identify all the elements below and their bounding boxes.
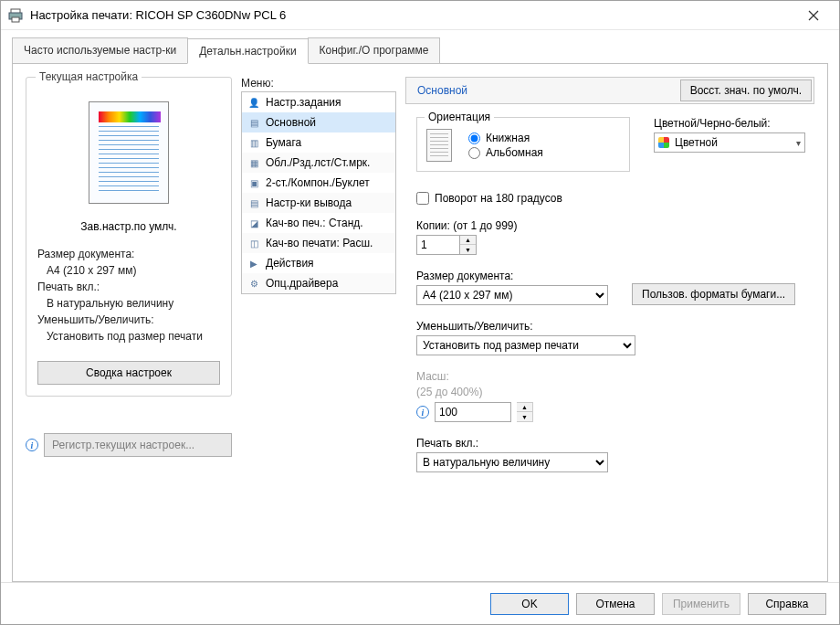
preview-group: Текущая настройка Зав.настр.по умлч. Раз… — [26, 77, 232, 397]
custom-paper-button[interactable]: Пользов. форматы бумаги... — [632, 283, 795, 305]
menu-item-driver-opts[interactable]: ⚙Опц.драйвера — [242, 273, 395, 293]
help-button[interactable]: Справка — [748, 593, 826, 615]
zoom-block: Масш: (25 до 400%) i ▲ ▼ — [416, 370, 608, 422]
docsize-select[interactable]: A4 (210 x 297 мм) — [416, 285, 608, 305]
menu-item-basic[interactable]: ▤Основной — [242, 112, 395, 132]
person-icon: 👤 — [247, 96, 260, 109]
zoom-range: (25 до 400%) — [416, 386, 608, 398]
radio-landscape[interactable]: Альбомная — [468, 146, 543, 159]
panel-title: Основной — [406, 79, 678, 102]
tab-config[interactable]: Конфиг./О программе — [308, 37, 441, 63]
output-icon: ▤ — [247, 196, 260, 209]
preview-docsize-value: A4 (210 x 297 мм) — [37, 262, 220, 279]
page-preview-icon — [89, 101, 169, 204]
print-settings-window: Настройка печати: RICOH SP C360DNw PCL 6… — [0, 0, 840, 625]
ok-button[interactable]: OK — [490, 593, 569, 615]
preview-docsize-label: Размер документа: — [37, 246, 220, 262]
color-swatch-icon — [658, 137, 669, 148]
register-row: i Регистр.текущих настроек... — [26, 433, 232, 457]
cancel-button[interactable]: Отмена — [576, 593, 655, 615]
quality-adv-icon: ◫ — [247, 237, 260, 249]
printon-block: Печать вкл.: В натуральную величину — [416, 437, 608, 472]
color-group: Цветной/Черно-белый: Цветной ▾ — [654, 117, 805, 172]
apply-button[interactable]: Применить — [662, 593, 740, 615]
duplex-icon: ▣ — [247, 176, 260, 189]
copies-block: Копии: (от 1 до 999) ▲ ▼ — [416, 219, 608, 255]
menu-label: Меню: — [241, 77, 396, 90]
color-value: Цветной — [675, 136, 718, 149]
actions-icon: ▶ — [247, 257, 260, 270]
menu-item-quality-adv[interactable]: ◫Кач-во печати: Расш. — [242, 233, 395, 253]
preset-name: Зав.настр.по умлч. — [37, 220, 220, 233]
left-panel: Текущая настройка Зав.настр.по умлч. Раз… — [26, 77, 232, 568]
zoom-input[interactable] — [435, 402, 511, 422]
menu-item-quality-std[interactable]: ◪Кач-во печ.: Станд. — [242, 213, 395, 233]
zoom-label: Масш: — [416, 370, 608, 383]
window-title: Настройка печати: RICOH SP C360DNw PCL 6 — [30, 8, 795, 22]
info-icon: i — [26, 439, 38, 451]
preview-printon-value: В натуральную величину — [37, 295, 220, 312]
color-label: Цветной/Черно-белый: — [654, 117, 805, 130]
scale-label: Уменьшить/Увеличить: — [416, 320, 608, 333]
zoom-up-button[interactable]: ▲ — [517, 403, 532, 412]
preview-printon-label: Печать вкл.: — [37, 279, 220, 295]
cover-icon: ▦ — [247, 156, 260, 169]
copies-down-button[interactable]: ▼ — [460, 245, 476, 254]
preview-scale-value: Установить под размер печати — [37, 328, 220, 344]
summary-button[interactable]: Сводка настроек — [37, 361, 220, 385]
svg-rect-2 — [12, 17, 19, 22]
copies-up-button[interactable]: ▲ — [460, 236, 476, 245]
panel-header: Основной Восст. знач. по умолч. — [405, 77, 814, 104]
form-area: Ориентация Книжная Альбомная Цветной/Чер… — [405, 104, 814, 472]
chevron-down-icon: ▾ — [796, 138, 801, 148]
orientation-group: Ориентация Книжная Альбомная — [416, 117, 630, 172]
docsize-label: Размер документа: — [416, 270, 608, 282]
preview-scale-label: Уменьшить/Увеличить: — [37, 312, 220, 328]
orientation-preview-icon — [426, 129, 452, 162]
tab-frequent[interactable]: Часто используемые настр-ки — [12, 37, 188, 63]
radio-portrait[interactable]: Книжная — [468, 132, 543, 144]
gear-icon: ⚙ — [247, 277, 260, 290]
tab-content: Текущая настройка Зав.настр.по умлч. Раз… — [12, 63, 828, 582]
orientation-label: Ориентация — [425, 111, 494, 123]
menu-list: 👤Настр.задания ▤Основной ▥Бумага ▦Обл./Р… — [241, 91, 396, 294]
register-settings-button[interactable]: Регистр.текущих настроек... — [44, 433, 232, 457]
copies-label: Копии: (от 1 до 999) — [416, 219, 608, 232]
menu-item-output[interactable]: ▤Настр-ки вывода — [242, 193, 395, 213]
scale-block: Уменьшить/Увеличить: Установить под разм… — [416, 320, 608, 355]
tabs: Часто используемые настр-ки Детальн.наст… — [1, 30, 839, 63]
printer-icon — [8, 8, 23, 23]
close-icon — [808, 10, 819, 21]
menu-item-paper[interactable]: ▥Бумага — [242, 132, 395, 153]
page-icon: ▤ — [247, 116, 260, 129]
scale-select[interactable]: Установить под размер печати — [416, 335, 635, 355]
color-select[interactable]: Цветной ▾ — [654, 132, 805, 153]
menu-item-job[interactable]: 👤Настр.задания — [242, 92, 395, 112]
docsize-row: Размер документа: A4 (210 x 297 мм) Поль… — [416, 270, 805, 305]
restore-defaults-button[interactable]: Восст. знач. по умолч. — [680, 79, 812, 101]
settings-panel: Основной Восст. знач. по умолч. Ориентац… — [405, 77, 814, 568]
preview-info: Размер документа: A4 (210 x 297 мм) Печа… — [37, 246, 220, 344]
paper-icon: ▥ — [247, 136, 260, 149]
menu-item-duplex[interactable]: ▣2-ст./Компон./Буклет — [242, 173, 395, 193]
titlebar: Настройка печати: RICOH SP C360DNw PCL 6 — [1, 1, 839, 30]
tab-detailed[interactable]: Детальн.настройки — [187, 38, 308, 64]
printon-select[interactable]: В натуральную величину — [416, 452, 608, 472]
info-icon: i — [416, 406, 429, 418]
quality-icon: ◪ — [247, 217, 260, 229]
preview-group-label: Текущая настройка — [36, 70, 142, 83]
menu-panel: Меню: 👤Настр.задания ▤Основной ▥Бумага ▦… — [241, 77, 396, 568]
menu-item-actions[interactable]: ▶Действия — [242, 253, 395, 273]
menu-item-cover[interactable]: ▦Обл./Рзд.лст/Ст.мрк. — [242, 153, 395, 173]
printon-label: Печать вкл.: — [416, 437, 608, 450]
rotate180-checkbox[interactable]: Поворот на 180 градусов — [416, 192, 805, 205]
dialog-footer: OK Отмена Применить Справка — [1, 582, 839, 624]
copies-input[interactable] — [416, 235, 460, 255]
zoom-down-button[interactable]: ▼ — [517, 412, 532, 421]
close-button[interactable] — [795, 1, 832, 30]
